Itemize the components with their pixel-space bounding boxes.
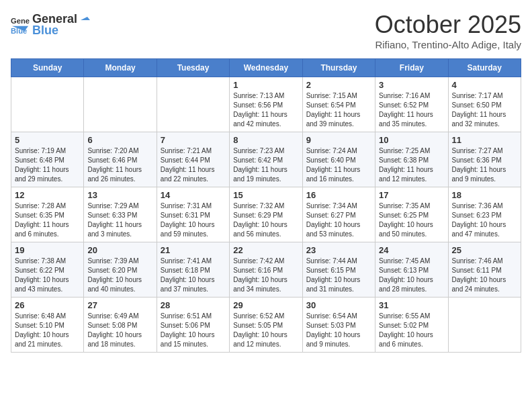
- day-number: 5: [15, 135, 80, 145]
- day-info: Sunrise: 6:48 AMSunset: 5:10 PMDaylight:…: [15, 312, 80, 349]
- calendar-cell: 5Sunrise: 7:19 AMSunset: 6:48 PMDaylight…: [11, 132, 84, 187]
- calendar-cell: 22Sunrise: 7:42 AMSunset: 6:16 PMDayligh…: [230, 242, 302, 298]
- day-number: 29: [233, 300, 298, 310]
- day-number: 14: [161, 190, 226, 200]
- month-title: October 2025: [375, 11, 521, 39]
- day-info: Sunrise: 7:31 AMSunset: 6:31 PMDaylight:…: [161, 201, 226, 239]
- weekday-header-tuesday: Tuesday: [157, 59, 229, 77]
- day-info: Sunrise: 7:39 AMSunset: 6:20 PMDaylight:…: [87, 257, 152, 294]
- day-info: Sunrise: 7:25 AMSunset: 6:38 PMDaylight:…: [379, 146, 444, 184]
- calendar-cell: [11, 77, 84, 132]
- day-number: 16: [306, 190, 371, 200]
- calendar-cell: [157, 77, 229, 132]
- calendar-cell: 6Sunrise: 7:20 AMSunset: 6:46 PMDaylight…: [84, 132, 157, 187]
- calendar-cell: 18Sunrise: 7:36 AMSunset: 6:23 PMDayligh…: [448, 187, 521, 242]
- calendar-cell: 20Sunrise: 7:39 AMSunset: 6:20 PMDayligh…: [84, 242, 157, 298]
- day-number: 15: [233, 190, 298, 200]
- day-number: 1: [233, 80, 298, 90]
- day-info: Sunrise: 6:55 AMSunset: 5:02 PMDaylight:…: [379, 312, 444, 349]
- day-info: Sunrise: 6:49 AMSunset: 5:08 PMDaylight:…: [87, 312, 152, 349]
- day-number: 3: [379, 80, 444, 90]
- day-number: 6: [87, 135, 152, 145]
- day-number: 9: [306, 135, 371, 145]
- day-number: 25: [452, 245, 517, 255]
- day-info: Sunrise: 7:13 AMSunset: 6:56 PMDaylight:…: [233, 91, 298, 129]
- calendar-cell: 28Sunrise: 6:51 AMSunset: 5:06 PMDayligh…: [157, 298, 229, 353]
- day-number: 21: [161, 245, 226, 255]
- day-info: Sunrise: 6:54 AMSunset: 5:03 PMDaylight:…: [306, 312, 371, 349]
- calendar-cell: 19Sunrise: 7:38 AMSunset: 6:22 PMDayligh…: [11, 242, 84, 298]
- calendar-week-4: 19Sunrise: 7:38 AMSunset: 6:22 PMDayligh…: [11, 242, 521, 298]
- day-number: 17: [379, 190, 444, 200]
- calendar-cell: 30Sunrise: 6:54 AMSunset: 5:03 PMDayligh…: [302, 298, 375, 353]
- day-number: 2: [306, 80, 371, 90]
- calendar-week-3: 12Sunrise: 7:28 AMSunset: 6:35 PMDayligh…: [11, 187, 521, 242]
- calendar-cell: 25Sunrise: 7:46 AMSunset: 6:11 PMDayligh…: [448, 242, 521, 298]
- logo: General Blue General Blue: [11, 11, 91, 38]
- page-header: General Blue General Blue October 2025 R…: [11, 11, 521, 50]
- calendar-cell: 15Sunrise: 7:32 AMSunset: 6:29 PMDayligh…: [230, 187, 302, 242]
- weekday-header-monday: Monday: [84, 59, 157, 77]
- day-number: 28: [161, 300, 226, 310]
- day-number: 8: [233, 135, 298, 145]
- weekday-header-friday: Friday: [375, 59, 448, 77]
- weekday-header-wednesday: Wednesday: [230, 59, 302, 77]
- day-info: Sunrise: 7:20 AMSunset: 6:46 PMDaylight:…: [87, 146, 152, 184]
- day-number: 7: [161, 135, 226, 145]
- day-info: Sunrise: 7:44 AMSunset: 6:15 PMDaylight:…: [306, 257, 371, 294]
- day-info: Sunrise: 6:52 AMSunset: 5:05 PMDaylight:…: [233, 312, 298, 349]
- day-info: Sunrise: 7:46 AMSunset: 6:11 PMDaylight:…: [452, 257, 517, 294]
- calendar-cell: 16Sunrise: 7:34 AMSunset: 6:27 PMDayligh…: [302, 187, 375, 242]
- calendar-cell: 23Sunrise: 7:44 AMSunset: 6:15 PMDayligh…: [302, 242, 375, 298]
- calendar-week-2: 5Sunrise: 7:19 AMSunset: 6:48 PMDaylight…: [11, 132, 521, 187]
- calendar-cell: 11Sunrise: 7:27 AMSunset: 6:36 PMDayligh…: [448, 132, 521, 187]
- calendar-cell: 3Sunrise: 7:16 AMSunset: 6:52 PMDaylight…: [375, 77, 448, 132]
- calendar-cell: 14Sunrise: 7:31 AMSunset: 6:31 PMDayligh…: [157, 187, 229, 242]
- calendar-week-1: 1Sunrise: 7:13 AMSunset: 6:56 PMDaylight…: [11, 77, 521, 132]
- day-number: 27: [87, 300, 152, 310]
- day-number: 12: [15, 190, 80, 200]
- calendar-cell: 17Sunrise: 7:35 AMSunset: 6:25 PMDayligh…: [375, 187, 448, 242]
- day-number: 11: [452, 135, 517, 145]
- title-block: October 2025 Rifiano, Trentino-Alto Adig…: [375, 11, 521, 50]
- location-subtitle: Rifiano, Trentino-Alto Adige, Italy: [375, 39, 521, 50]
- day-number: 19: [15, 245, 80, 255]
- calendar-cell: 13Sunrise: 7:29 AMSunset: 6:33 PMDayligh…: [84, 187, 157, 242]
- day-number: 30: [306, 300, 371, 310]
- calendar-cell: 4Sunrise: 7:17 AMSunset: 6:50 PMDaylight…: [448, 77, 521, 132]
- svg-text:Blue: Blue: [11, 27, 27, 34]
- day-info: Sunrise: 7:32 AMSunset: 6:29 PMDaylight:…: [233, 201, 298, 239]
- day-info: Sunrise: 7:34 AMSunset: 6:27 PMDaylight:…: [306, 201, 371, 239]
- day-info: Sunrise: 7:42 AMSunset: 6:16 PMDaylight:…: [233, 257, 298, 294]
- calendar-cell: 31Sunrise: 6:55 AMSunset: 5:02 PMDayligh…: [375, 298, 448, 353]
- calendar-cell: [448, 298, 521, 353]
- calendar-cell: 9Sunrise: 7:24 AMSunset: 6:40 PMDaylight…: [302, 132, 375, 187]
- day-info: Sunrise: 7:29 AMSunset: 6:33 PMDaylight:…: [87, 201, 152, 239]
- svg-text:General: General: [11, 17, 30, 25]
- day-info: Sunrise: 7:45 AMSunset: 6:13 PMDaylight:…: [379, 257, 444, 294]
- day-info: Sunrise: 7:16 AMSunset: 6:52 PMDaylight:…: [379, 91, 444, 129]
- day-number: 26: [15, 300, 80, 310]
- day-number: 20: [87, 245, 152, 255]
- calendar-cell: 27Sunrise: 6:49 AMSunset: 5:08 PMDayligh…: [84, 298, 157, 353]
- day-number: 22: [233, 245, 298, 255]
- logo-icon: General Blue: [11, 15, 30, 34]
- weekday-header-saturday: Saturday: [448, 59, 521, 77]
- calendar-cell: 10Sunrise: 7:25 AMSunset: 6:38 PMDayligh…: [375, 132, 448, 187]
- day-info: Sunrise: 7:41 AMSunset: 6:18 PMDaylight:…: [161, 257, 226, 294]
- calendar-cell: 2Sunrise: 7:15 AMSunset: 6:54 PMDaylight…: [302, 77, 375, 132]
- weekday-header-thursday: Thursday: [302, 59, 375, 77]
- weekday-header-sunday: Sunday: [11, 59, 84, 77]
- weekday-header-row: SundayMondayTuesdayWednesdayThursdayFrid…: [11, 59, 521, 77]
- calendar-cell: 26Sunrise: 6:48 AMSunset: 5:10 PMDayligh…: [11, 298, 84, 353]
- calendar-cell: 12Sunrise: 7:28 AMSunset: 6:35 PMDayligh…: [11, 187, 84, 242]
- day-number: 10: [379, 135, 444, 145]
- day-info: Sunrise: 7:35 AMSunset: 6:25 PMDaylight:…: [379, 201, 444, 239]
- day-info: Sunrise: 7:28 AMSunset: 6:35 PMDaylight:…: [15, 201, 80, 239]
- day-info: Sunrise: 7:15 AMSunset: 6:54 PMDaylight:…: [306, 91, 371, 129]
- logo-arrow-icon: [78, 11, 90, 23]
- calendar-cell: 7Sunrise: 7:21 AMSunset: 6:44 PMDaylight…: [157, 132, 229, 187]
- calendar-cell: [84, 77, 157, 132]
- calendar-cell: 8Sunrise: 7:23 AMSunset: 6:42 PMDaylight…: [230, 132, 302, 187]
- day-number: 31: [379, 300, 444, 310]
